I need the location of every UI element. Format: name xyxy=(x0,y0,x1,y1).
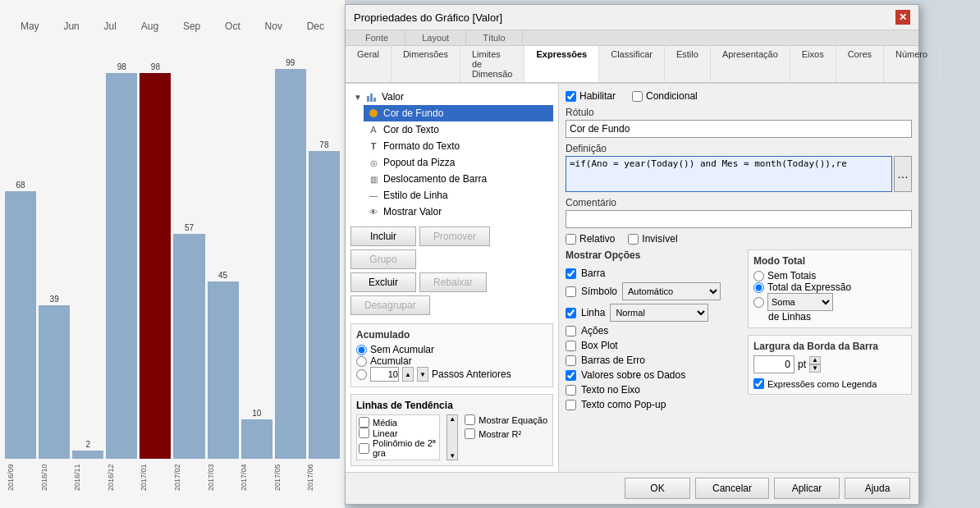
bar-icon: ▥ xyxy=(367,172,380,185)
barra-check[interactable] xyxy=(566,268,576,279)
acumular-passos-radio[interactable] xyxy=(356,369,367,380)
largura-up-button[interactable]: ▲ xyxy=(809,356,821,364)
passos-input[interactable] xyxy=(370,367,399,382)
tree-item-estilo-linha[interactable]: — Estilo de Linha xyxy=(364,187,553,204)
habilitar-check[interactable] xyxy=(566,91,576,102)
bar-group-2: 39 xyxy=(39,295,70,459)
sem-acumular-radio[interactable] xyxy=(356,345,367,355)
linear-check[interactable] xyxy=(359,428,369,438)
acumular-radio[interactable] xyxy=(356,356,367,367)
x-label-9: 2017/05 xyxy=(273,459,305,496)
close-button[interactable]: ✕ xyxy=(895,10,910,25)
condicional-label: Condicional xyxy=(646,90,698,102)
mostrar-r2-row: Mostrar R² xyxy=(465,428,547,439)
tab-numero[interactable]: Número xyxy=(884,46,940,82)
bar-group-7: 45 xyxy=(208,271,239,459)
tab-classificar[interactable]: Classificar xyxy=(599,46,665,82)
acumular-row: Acumular xyxy=(356,355,547,367)
texto-eixo-check[interactable] xyxy=(566,385,576,396)
tab-limites[interactable]: Limites de Dimensão xyxy=(460,46,525,82)
barra-row: Barra xyxy=(566,268,741,279)
aplicar-button[interactable]: Aplicar xyxy=(774,478,840,499)
expr-legend-check[interactable] xyxy=(753,378,764,389)
barras-erro-check[interactable] xyxy=(566,355,576,366)
media-check[interactable] xyxy=(359,417,369,428)
tab-apresentacao[interactable]: Apresentação xyxy=(711,46,790,82)
texto-popup-check[interactable] xyxy=(566,400,576,410)
modo-total-title: Modo Total xyxy=(753,255,906,267)
tendencia-body: Média Linear Polinômio de 2ª gra ▲ xyxy=(356,414,547,460)
acumulado-section: Acumulado Sem Acumular Acumular ▲ ▼ Pass… xyxy=(350,323,553,387)
tab-eixos[interactable]: Eixos xyxy=(790,46,836,82)
total-expressao-radio[interactable] xyxy=(753,282,764,293)
tendencia-section: Linhas de Tendência Média Linear xyxy=(350,394,553,466)
tree-item-cor-texto[interactable]: A Cor do Texto xyxy=(364,121,553,138)
relativo-label: Relativo xyxy=(579,233,615,245)
x-label-2: 2016/10 xyxy=(40,459,72,496)
tree-collapse-icon: ▼ xyxy=(354,93,362,102)
polinomio-check[interactable] xyxy=(359,443,369,454)
soma-radio[interactable] xyxy=(753,297,764,308)
bar-label-9: 99 xyxy=(286,58,295,67)
tree-item-mostrar-valor[interactable]: 👁 Mostrar Valor xyxy=(364,204,553,220)
tree-item-cor-fundo[interactable]: Cor de Fundo xyxy=(364,105,553,121)
acoes-check[interactable] xyxy=(566,326,576,336)
tab-dimensoes[interactable]: Dimensões xyxy=(392,46,460,82)
simbolo-check[interactable] xyxy=(566,286,576,297)
rotulo-label: Rótulo xyxy=(566,107,912,118)
simbolo-select[interactable]: Automático xyxy=(622,282,721,300)
condicional-check[interactable] xyxy=(632,91,643,102)
tab-group-fonte: Fonte xyxy=(349,30,405,45)
tree-item-popout[interactable]: ◎ Popout da Pizza xyxy=(364,154,553,171)
simbolo-row: Símbolo Automático xyxy=(566,282,741,300)
tree-item-label-6: Mostrar Valor xyxy=(383,206,442,217)
ajuda-button[interactable]: Ajuda xyxy=(845,478,910,499)
passos-up[interactable]: ▲ xyxy=(402,367,414,382)
tab-geral[interactable]: Geral xyxy=(346,46,392,82)
expr-legend-label: Expressões como Legenda xyxy=(767,379,877,389)
promover-button[interactable]: Promover xyxy=(419,227,490,246)
text-icon: A xyxy=(367,123,380,136)
invisivel-check[interactable] xyxy=(628,234,639,245)
grupo-button[interactable]: Grupo xyxy=(350,249,416,269)
rotulo-input[interactable] xyxy=(566,120,912,138)
mostrar-r2-check[interactable] xyxy=(465,428,475,439)
scroll-down-icon[interactable]: ▼ xyxy=(449,452,456,460)
bar-2 xyxy=(39,305,70,459)
mostrar-equacao-check[interactable] xyxy=(465,414,475,425)
tab-cores[interactable]: Cores xyxy=(836,46,884,82)
bar-group-8: 10 xyxy=(241,409,272,459)
comentario-input[interactable] xyxy=(566,210,912,228)
excluir-button[interactable]: Excluir xyxy=(350,272,416,292)
tab-estilo[interactable]: Estilo xyxy=(665,46,711,82)
linha-select[interactable]: Normal xyxy=(610,304,708,322)
scroll-up-icon[interactable]: ▲ xyxy=(449,415,456,423)
dialog-title: Propriedades do Gráfico [Valor] xyxy=(354,11,502,24)
definicao-expand-button[interactable]: … xyxy=(894,156,912,192)
soma-select[interactable]: Soma xyxy=(767,293,833,311)
largura-down-button[interactable]: ▼ xyxy=(809,364,821,373)
tree-item-deslocamento[interactable]: ▥ Deslocamento de Barra xyxy=(364,171,553,187)
cancelar-button[interactable]: Cancelar xyxy=(695,478,769,499)
invisivel-label: Invisível xyxy=(642,233,677,245)
tree-item-formato-texto[interactable]: T Formato do Texto xyxy=(364,138,553,154)
desagrupar-button[interactable]: Desagrupar xyxy=(350,295,430,315)
tree-item-label-2: Formato do Texto xyxy=(383,140,460,152)
definicao-input[interactable]: =if(Ano = year(Today()) and Mes = month(… xyxy=(566,156,892,192)
incluir-button[interactable]: Incluir xyxy=(350,227,416,246)
rebaixar-button[interactable]: Rebaixar xyxy=(419,272,487,292)
linha-check[interactable] xyxy=(566,308,576,318)
box-plot-check[interactable] xyxy=(566,341,576,351)
mostrar-opcoes-title: Mostrar Opções xyxy=(566,249,741,261)
tree-root[interactable]: ▼ Valor xyxy=(350,89,553,105)
relativo-check[interactable] xyxy=(566,234,576,245)
action-buttons: Incluir Promover Grupo xyxy=(350,227,553,269)
ok-button[interactable]: OK xyxy=(625,478,690,499)
tab-expressoes[interactable]: Expressões xyxy=(524,46,599,82)
valores-dados-check[interactable] xyxy=(566,370,576,381)
passos-down[interactable]: ▼ xyxy=(417,367,428,382)
largura-input[interactable] xyxy=(753,355,795,373)
sem-totais-radio[interactable] xyxy=(753,271,764,281)
x-label-8: 2017/04 xyxy=(240,459,272,496)
tendencia-scroll[interactable]: ▲ ▼ xyxy=(446,414,458,460)
